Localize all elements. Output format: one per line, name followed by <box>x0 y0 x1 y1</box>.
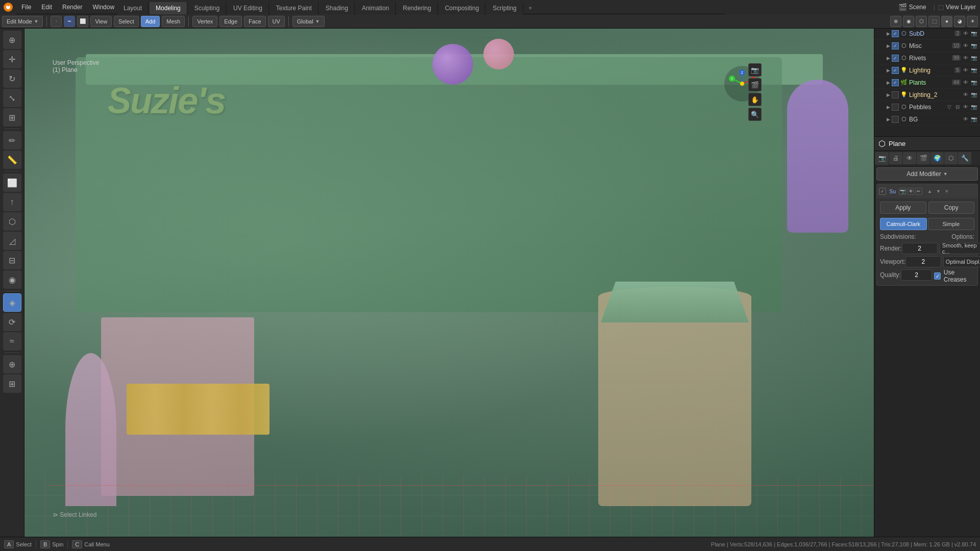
subd-simple-btn[interactable]: Simple <box>928 218 975 230</box>
outliner-row-subd[interactable]: ▶ ✓ ⬡ SubD 2 👁 📷 <box>874 28 980 40</box>
material-shading[interactable]: ◕ <box>954 16 965 27</box>
viewport-camera-btn[interactable]: 📷 <box>748 63 762 77</box>
menu-window[interactable]: Window <box>87 0 119 14</box>
tab-sculpting[interactable]: Sculpting <box>188 2 226 14</box>
expand-bg[interactable]: ▶ <box>885 116 892 123</box>
modifier-render-toggle[interactable]: 📷 <box>899 188 906 195</box>
subd-catmull-clark-btn[interactable]: Catmull-Clark <box>880 218 927 230</box>
blender-logo[interactable] <box>0 0 16 14</box>
expand-pebbles[interactable]: ▶ <box>885 104 892 111</box>
viewport-grab-btn[interactable]: ✋ <box>748 93 762 106</box>
action-cam-pebbles[interactable]: 📷 <box>970 103 978 111</box>
check-lighting[interactable]: ✓ <box>892 67 899 74</box>
view-menu[interactable]: View <box>90 16 112 27</box>
action-eye-lighting[interactable]: 👁 <box>962 66 970 74</box>
tool-knife[interactable]: ◉ <box>3 270 21 289</box>
prop-tab-output[interactable]: 🖨 <box>889 152 902 164</box>
tab-compositing[interactable]: Compositing <box>439 2 486 14</box>
tab-modeling[interactable]: Modeling <box>150 2 187 14</box>
menu-edit[interactable]: Edit <box>36 0 57 14</box>
tool-annotate[interactable]: ✏ <box>3 131 21 149</box>
add-menu[interactable]: Add <box>141 16 160 27</box>
action-cam-plants[interactable]: 📷 <box>970 79 978 87</box>
pivot-selector[interactable]: Global ▼ <box>292 16 325 27</box>
check-misc[interactable]: ✓ <box>892 42 899 49</box>
tab-shading[interactable]: Shading <box>320 2 355 14</box>
tool-extra2[interactable]: ⊞ <box>3 374 21 393</box>
tool-scale[interactable]: ⤡ <box>3 89 21 107</box>
tool-rotate[interactable]: ↻ <box>3 69 21 88</box>
render-value[interactable]: 2 <box>902 243 938 254</box>
tool-measure[interactable]: 📏 <box>3 151 21 169</box>
mesh-edge-icon[interactable]: ━ <box>64 16 75 27</box>
expand-lighting2[interactable]: ▶ <box>885 91 892 98</box>
modifier-move-down[interactable]: ▼ <box>935 188 942 195</box>
prop-tab-modifier[interactable]: 🔧 <box>958 152 971 164</box>
wireframe-shading[interactable]: ⬚ <box>928 16 940 27</box>
check-plants[interactable]: ✓ <box>892 79 899 86</box>
tool-bevel[interactable]: ◿ <box>3 232 21 250</box>
viewport-render-btn[interactable]: 🎬 <box>748 78 762 91</box>
expand-lighting[interactable]: ▶ <box>885 67 892 74</box>
prop-tab-scene[interactable]: 🎬 <box>917 152 930 164</box>
tab-animation[interactable]: Animation <box>356 2 396 14</box>
quality-value[interactable]: 2 <box>901 269 933 281</box>
modifier-edit-toggle[interactable]: ✏ <box>915 188 922 195</box>
outliner-row-lighting[interactable]: ▶ ✓ 💡 Lighting 5 👁 📷 <box>874 64 980 77</box>
expand-rivets[interactable]: ▶ <box>885 55 892 62</box>
modifier-card-header[interactable]: ✓ Su 📷 👁 ✏ ▲ ▼ ✕ <box>877 184 977 198</box>
check-lighting2[interactable] <box>892 91 899 98</box>
tab-rendering[interactable]: Rendering <box>397 2 437 14</box>
action-cam-lighting2[interactable]: 📷 <box>970 91 978 99</box>
select-menu[interactable]: Select <box>114 16 139 27</box>
prop-tab-world[interactable]: 🌍 <box>930 152 944 164</box>
action-cam-lighting[interactable]: 📷 <box>970 66 978 74</box>
viewport-value[interactable]: 2 <box>905 256 941 267</box>
copy-modifier-btn[interactable]: Copy <box>928 202 975 214</box>
edge-menu[interactable]: Edge <box>219 16 242 27</box>
modifier-close[interactable]: ✕ <box>943 188 950 195</box>
action-eye-lighting2[interactable]: 👁 <box>962 91 970 99</box>
action-eye-pebbles[interactable]: 👁 <box>962 103 970 111</box>
action-eye-bg[interactable]: 👁 <box>962 115 970 123</box>
tool-transform[interactable]: ⊞ <box>3 108 21 127</box>
viewport-overlay-toggle[interactable]: ◉ <box>903 16 914 27</box>
workspace-add-tab[interactable]: + <box>524 2 536 14</box>
rendered-shading[interactable]: ☀ <box>967 16 978 27</box>
vertex-menu[interactable]: Vertex <box>192 16 217 27</box>
outliner-row-lighting2[interactable]: ▶ 💡 Lighting_2 👁 📷 <box>874 89 980 101</box>
outliner-row-bg[interactable]: ▶ ⬡ BG 👁 📷 <box>874 113 980 126</box>
expand-misc[interactable]: ▶ <box>885 42 892 49</box>
prop-tab-object[interactable]: ⬡ <box>944 152 958 164</box>
action-cam-misc[interactable]: 📷 <box>970 42 978 50</box>
tool-extrude[interactable]: ↑ <box>3 193 21 211</box>
action-view-pebbles[interactable]: ▽ <box>945 103 953 111</box>
check-bg[interactable] <box>892 116 899 123</box>
prop-tab-view[interactable]: 👁 <box>903 152 916 164</box>
tab-scripting[interactable]: Scripting <box>486 2 523 14</box>
modifier-vis-toggle[interactable]: ✓ <box>879 188 886 195</box>
expand-plants[interactable]: ▶ <box>885 79 892 86</box>
mesh-menu[interactable]: Mesh <box>162 16 185 27</box>
modifier-viewport-toggle[interactable]: 👁 <box>907 188 914 195</box>
viewport-3d[interactable]: Suzie's User Perspective <box>24 29 874 537</box>
smooth-dropdown[interactable]: Smooth, keep c... ▼ <box>940 243 980 254</box>
tool-cursor[interactable]: ⊕ <box>3 31 21 49</box>
viewport-zoom-btn[interactable]: 🔍 <box>748 108 762 121</box>
tool-loop-cut[interactable]: ⊟ <box>3 251 21 269</box>
action-eye-plants[interactable]: 👁 <box>962 79 970 87</box>
tool-spin[interactable]: ⟳ <box>3 313 21 331</box>
action-cam-bg[interactable]: 📷 <box>970 115 978 123</box>
tool-inset[interactable]: ⬡ <box>3 212 21 231</box>
viewport-gizmo-toggle[interactable]: ⊕ <box>890 16 901 27</box>
check-pebbles[interactable] <box>892 104 899 111</box>
action-eye-rivets[interactable]: 👁 <box>962 54 970 62</box>
tool-add-cube[interactable]: ⬜ <box>3 173 21 192</box>
check-subd[interactable]: ✓ <box>892 30 899 37</box>
use-creases-checkbox[interactable]: ✓ <box>934 272 940 280</box>
action-eye-subd[interactable]: 👁 <box>962 30 970 38</box>
add-modifier-btn[interactable]: Add Modifier ▼ <box>876 167 978 181</box>
expand-subd[interactable]: ▶ <box>885 30 892 37</box>
tab-uv-editing[interactable]: UV Editing <box>227 2 269 14</box>
modifier-move-up[interactable]: ▲ <box>926 188 933 195</box>
